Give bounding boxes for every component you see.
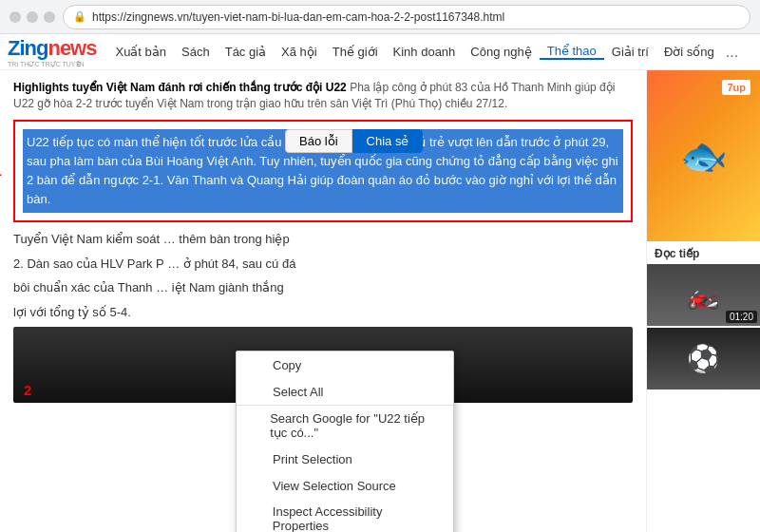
nav-item-tac-gia[interactable]: Tác giả	[218, 45, 274, 59]
address-bar[interactable]: 🔒 https://zingnews.vn/tuyen-viet-nam-bi-…	[63, 5, 750, 29]
ctx-accessibility-label: Inspect Accessibility Properties	[273, 504, 440, 532]
ctx-print-selection[interactable]: Print Selection	[237, 446, 453, 472]
sidebar-thumb-2[interactable]: ⚽	[647, 328, 760, 390]
body-text-2a: 2. Dàn sao của HLV Park P	[13, 256, 164, 271]
bao-loi-button[interactable]: Báo lỗi	[285, 129, 352, 153]
video-duration-badge: 01:20	[726, 311, 757, 323]
body-text-2c: ở phút 84, sau cú đá	[183, 256, 296, 271]
nav-item-doi-song[interactable]: Đời sống	[656, 45, 722, 59]
nav-items: Xuất bản Sách Tác giả Xã hội Thế giới Ki…	[107, 44, 742, 61]
body-text-3a: bôi chuẩn xác của Thanh	[13, 280, 153, 294]
article-headline: Highlights tuyển Việt Nam đánh rơi chiến…	[13, 80, 633, 112]
article-body: Tuyển Việt Nam kiểm soát … thêm bàn tron…	[13, 230, 633, 321]
context-menu: Copy Select All Search Google for "U22 t…	[236, 351, 454, 532]
label-1: 1	[0, 163, 2, 179]
browser-nav-icons	[10, 11, 55, 23]
body-text-1c: thêm bàn trong hiệp	[179, 232, 289, 246]
float-buttons: Báo lỗi Chia sẻ	[285, 129, 423, 153]
ctx-copy-label: Copy	[273, 358, 301, 372]
ad-brand-label: 7up	[722, 80, 750, 95]
select-all-icon	[250, 384, 265, 399]
ctx-search-google-label: Search Google for "U22 tiếp tục có..."	[270, 411, 440, 440]
article-body-para-2: 2. Dàn sao của HLV Park P … ở phút 84, s…	[13, 255, 633, 274]
chia-se-button[interactable]: Chia sẻ	[352, 129, 424, 153]
nav-item-xuat-ban[interactable]: Xuất bản	[107, 45, 174, 59]
thumb1-person-icon: 🏍️	[687, 279, 720, 311]
body-text-3c: iệt Nam giành thắng	[172, 280, 284, 294]
sidebar-thumb-1[interactable]: 🏍️ 01:20	[647, 264, 760, 326]
ctx-view-source[interactable]: View Selection Source	[237, 472, 453, 499]
browser-back-icon[interactable]	[10, 11, 21, 23]
right-sidebar: 🐟 7up Đọc tiếp 🏍️ 01:20 ⚽	[646, 70, 760, 532]
body-text-3b: …	[156, 280, 172, 294]
nav-item-the-gioi[interactable]: Thế giới	[325, 45, 386, 59]
ctx-copy[interactable]: Copy	[237, 352, 453, 378]
article-area: Highlights tuyển Việt Nam đánh rơi chiến…	[0, 70, 646, 532]
browser-forward-icon[interactable]	[27, 11, 38, 23]
main-content: Highlights tuyển Việt Nam đánh rơi chiến…	[0, 70, 760, 532]
sidebar-advertisement: 🐟 7up	[647, 70, 760, 241]
body-text-1b: …	[163, 232, 180, 246]
copy-icon	[250, 357, 265, 372]
article-body-para-4: lợi với tổng tỷ số 5-4.	[13, 303, 633, 322]
body-text-2b: …	[167, 256, 183, 271]
body-text-1a: Tuyển Việt Nam kiểm soát	[13, 232, 160, 246]
article-body-para-3: bôi chuẩn xác của Thanh … iệt Nam giành …	[13, 278, 633, 297]
ctx-print-label: Print Selection	[273, 452, 352, 466]
doc-tiep-label: Đọc tiếp	[647, 241, 760, 264]
navigation-bar: Zingnews TRI THỨC TRỰC TUYẾN Xuất bản Sá…	[0, 34, 760, 70]
ctx-search-google[interactable]: Search Google for "U22 tiếp tục có..."	[237, 405, 453, 446]
nav-item-cong-nghe[interactable]: Công nghệ	[463, 45, 539, 59]
logo-news-text: news	[48, 36, 96, 60]
search-google-icon	[250, 418, 262, 433]
logo-subtitle: TRI THỨC TRỰC TUYẾN	[8, 61, 96, 68]
print-icon	[250, 451, 265, 466]
nav-item-the-thao[interactable]: Thể thao	[540, 44, 604, 60]
nav-more-dots[interactable]: ...	[722, 44, 742, 61]
headline-bold: Highlights tuyển Việt Nam đánh rơi chiến…	[13, 81, 347, 94]
nav-item-xa-hoi[interactable]: Xã hội	[274, 45, 325, 59]
logo-area[interactable]: Zingnews TRI THỨC TRỰC TUYẾN	[8, 36, 96, 68]
ctx-accessibility[interactable]: Inspect Accessibility Properties	[237, 499, 453, 532]
view-source-icon	[250, 478, 265, 493]
logo-zing: Zing	[8, 36, 48, 60]
lock-icon: 🔒	[73, 10, 86, 23]
url-text: https://zingnews.vn/tuyen-viet-nam-bi-lu…	[92, 10, 504, 24]
article-body-para-1: Tuyển Việt Nam kiểm soát … thêm bàn tron…	[13, 230, 633, 249]
browser-reload-icon[interactable]	[44, 11, 55, 23]
browser-bar: 🔒 https://zingnews.vn/tuyen-viet-nam-bi-…	[0, 0, 760, 34]
nav-item-giai-tri[interactable]: Giải trí	[604, 45, 656, 59]
accessibility-icon	[250, 511, 265, 526]
ctx-select-all[interactable]: Select All	[237, 378, 453, 405]
ctx-select-all-label: Select All	[273, 385, 323, 399]
fish-icon: 🐟	[680, 134, 728, 179]
nav-item-sach[interactable]: Sách	[174, 45, 218, 59]
thumb2-person-icon: ⚽	[687, 343, 720, 374]
nav-item-kinh-doanh[interactable]: Kinh doanh	[386, 45, 464, 59]
ctx-view-source-label: View Selection Source	[273, 479, 396, 493]
